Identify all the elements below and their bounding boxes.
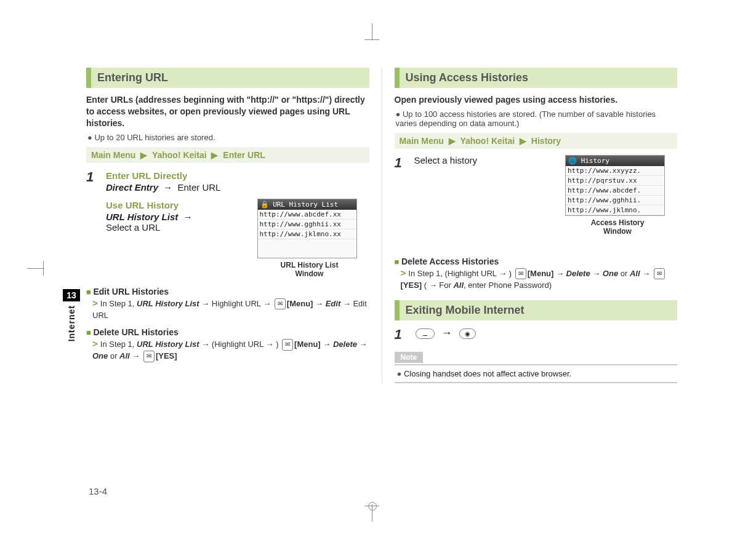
enter-url-text: Enter URL bbox=[177, 182, 220, 193]
cropmark bbox=[27, 268, 44, 269]
sep-icon: ▶ bbox=[140, 150, 147, 160]
menu-a: Main Menu bbox=[91, 150, 135, 160]
cropmark bbox=[43, 261, 44, 276]
mail-key-icon: ✉ bbox=[654, 268, 665, 280]
chapter-number: 13 bbox=[63, 289, 80, 301]
note-text: Closing handset does not affect active b… bbox=[395, 364, 678, 383]
chapter-label: Internet bbox=[66, 305, 76, 341]
bullet-note: Up to 20 URL histories are stored. bbox=[87, 133, 369, 142]
delete-access-histories-head: Delete Access Histories bbox=[395, 257, 678, 266]
mail-key-icon: ✉ bbox=[515, 268, 526, 280]
step-number: 1 bbox=[395, 155, 407, 248]
screenshot-line: http://www.gghhii.xx bbox=[258, 220, 356, 229]
chevron-icon: > bbox=[92, 298, 98, 308]
bullet-note: Up to 100 access histories are stored. (… bbox=[396, 109, 678, 128]
mail-key-icon: ✉ bbox=[282, 339, 293, 351]
intro-text: Enter URLs (addresses beginning with "ht… bbox=[86, 94, 369, 129]
menu-b: Yahoo! Keitai bbox=[152, 150, 207, 160]
step-1: 1 🌐 History http://www.xxyyzz. http://pq… bbox=[395, 155, 678, 248]
note-tag: Note bbox=[395, 352, 424, 363]
edit-url-histories-head: Edit URL Histories bbox=[86, 287, 369, 296]
cropmark bbox=[368, 502, 377, 511]
section-title-entering-url: Entering URL bbox=[86, 68, 369, 88]
menu-c: Enter URL bbox=[223, 150, 265, 160]
delete-url-histories-proc: >In Step 1, URL History List → (Highligh… bbox=[92, 337, 369, 362]
exit-step: 1 ⚊ → ◉ bbox=[395, 327, 678, 343]
cropmark bbox=[372, 23, 372, 41]
select-history-text: Select a history bbox=[414, 155, 478, 165]
url-history-list-label: URL History List bbox=[106, 212, 178, 222]
end-key-icon: ⚊ bbox=[416, 328, 435, 339]
screenshot-line: http://pqrstuv.xx bbox=[566, 176, 664, 186]
mail-key-icon: ✉ bbox=[275, 298, 286, 310]
section-title-exiting: Exiting Mobile Internet bbox=[395, 300, 678, 320]
mail-key-icon: ✉ bbox=[143, 351, 155, 362]
section-title-access-histories: Using Access Histories bbox=[395, 68, 678, 88]
step-number: 1 bbox=[86, 169, 99, 278]
menu-b: Yahoo! Keitai bbox=[460, 136, 515, 146]
page-number: 13-4 bbox=[89, 486, 107, 496]
screenshot-line: http://www.gghhii. bbox=[566, 196, 664, 205]
chevron-icon: > bbox=[92, 338, 98, 349]
menu-a: Main Menu bbox=[400, 136, 444, 146]
sep-icon: ▶ bbox=[449, 136, 456, 146]
center-key-icon: ◉ bbox=[459, 328, 476, 339]
delete-access-histories-proc: >In Step 1, (Highlight URL → ) ✉[Menu] →… bbox=[401, 266, 678, 292]
substep-head: Enter URL Directly bbox=[106, 170, 362, 181]
screenshot-title: 🔒 URL History List bbox=[258, 199, 356, 210]
edit-url-histories-proc: >In Step 1, URL History List → Highlight… bbox=[92, 296, 369, 322]
url-history-screenshot: 🔒 URL History List http://www.abcdef.xx … bbox=[257, 199, 362, 278]
substep-line: Direct Entry → Enter URL bbox=[106, 182, 362, 193]
chevron-icon: > bbox=[401, 268, 406, 278]
screenshot-line: http://www.abcdef.xx bbox=[258, 210, 356, 220]
screenshot-line: http://www.jklmno. bbox=[566, 205, 664, 215]
intro-text: Open previously viewed pages using acces… bbox=[395, 94, 678, 106]
note-block: Note Closing handset does not affect act… bbox=[395, 351, 678, 383]
step-number: 1 bbox=[395, 327, 407, 343]
screenshot-line: http://www.jklmno.xx bbox=[258, 229, 356, 239]
menu-c: History bbox=[531, 136, 561, 146]
screenshot-line: http://www.xxyyzz. bbox=[566, 166, 664, 176]
page-body: Entering URL Enter URLs (addresses begin… bbox=[86, 68, 677, 383]
step-1: 1 Enter URL Directly Direct Entry → Ente… bbox=[86, 169, 369, 278]
screenshot-line: http://www.abcdef. bbox=[566, 186, 664, 196]
delete-url-histories-head: Delete URL Histories bbox=[86, 327, 369, 337]
cropmark bbox=[364, 39, 379, 40]
select-url-text: Select a URL bbox=[106, 222, 160, 233]
screenshot-caption: Access History Window bbox=[565, 218, 670, 236]
screenshot-title: 🌐 History bbox=[566, 156, 664, 166]
access-history-screenshot: 🌐 History http://www.xxyyzz. http://pqrs… bbox=[565, 155, 670, 236]
sep-icon: ▶ bbox=[520, 136, 526, 146]
chapter-tab: 13 Internet bbox=[63, 289, 80, 345]
menu-path: Main Menu ▶ Yahoo! Keitai ▶ History bbox=[395, 133, 678, 149]
right-column: Using Access Histories Open previously v… bbox=[382, 68, 678, 383]
direct-entry-label: Direct Entry bbox=[106, 182, 158, 193]
screenshot-caption: URL History List Window bbox=[257, 261, 362, 278]
arrow-icon: → bbox=[441, 327, 452, 339]
menu-path: Main Menu ▶ Yahoo! Keitai ▶ Enter URL bbox=[86, 147, 369, 163]
arrow-icon: → bbox=[183, 212, 192, 222]
left-column: Entering URL Enter URLs (addresses begin… bbox=[86, 68, 382, 383]
arrow-icon: → bbox=[163, 182, 172, 193]
sep-icon: ▶ bbox=[211, 150, 218, 160]
